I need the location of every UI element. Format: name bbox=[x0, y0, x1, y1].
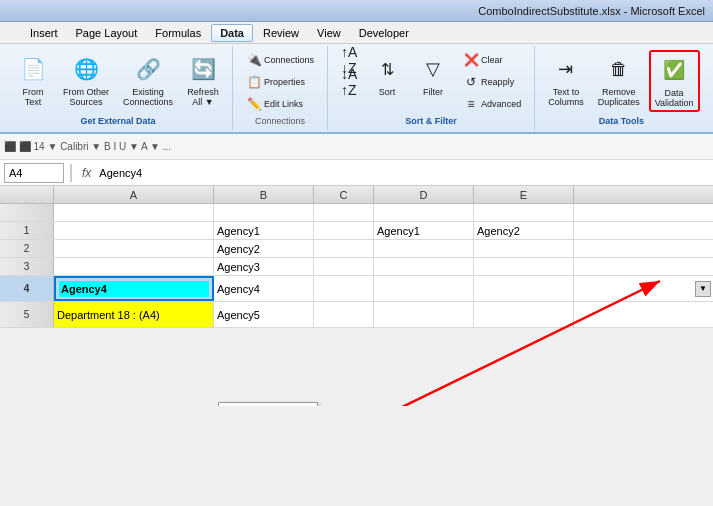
get-external-data-buttons: 📄 FromText 🌐 From OtherSources 🔗 Existin… bbox=[12, 50, 224, 114]
ribbon-group-sort-filter: ↑A↓Z ↓A↑Z ⇅ Sort ▽ Filter ❌ Clear bbox=[328, 46, 535, 130]
cell-d1[interactable]: Agency1 bbox=[374, 222, 474, 239]
clear-icon: ❌ bbox=[463, 52, 479, 68]
cell-b4[interactable]: Agency4 bbox=[214, 276, 314, 301]
cell-a1[interactable] bbox=[54, 222, 214, 239]
edit-links-button[interactable]: ✏️ Edit Links bbox=[241, 94, 319, 114]
from-other-sources-button[interactable]: 🌐 From OtherSources bbox=[58, 50, 114, 110]
advanced-label: Advanced bbox=[481, 99, 521, 109]
row-header-3: 3 bbox=[0, 258, 54, 275]
col-header-corner bbox=[0, 186, 54, 203]
sort-button[interactable]: ⇅ Sort bbox=[366, 50, 408, 100]
existing-connections-label: ExistingConnections bbox=[123, 87, 173, 107]
properties-button[interactable]: 📋 Properties bbox=[241, 72, 319, 92]
cell-b3[interactable]: Agency3 bbox=[214, 258, 314, 275]
cell-e3[interactable] bbox=[474, 258, 574, 275]
cell-d2[interactable] bbox=[374, 240, 474, 257]
refresh-all-button[interactable]: 🔄 RefreshAll ▼ bbox=[182, 50, 224, 110]
from-text-button[interactable]: 📄 FromText bbox=[12, 50, 54, 110]
sort-filter-buttons: ↑A↓Z ↓A↑Z ⇅ Sort ▽ Filter ❌ Clear bbox=[336, 50, 526, 114]
row-header bbox=[0, 204, 54, 221]
cell-c2[interactable] bbox=[314, 240, 374, 257]
col-header-d: D bbox=[374, 186, 474, 204]
edit-links-icon: ✏️ bbox=[246, 96, 262, 112]
menu-data[interactable]: Data bbox=[211, 24, 253, 42]
menu-view[interactable]: View bbox=[309, 25, 349, 41]
ribbon-group-get-external-data: 📄 FromText 🌐 From OtherSources 🔗 Existin… bbox=[4, 46, 233, 130]
table-row: 4 Agency4 ▼ Agency4 bbox=[0, 276, 713, 302]
remove-duplicates-button[interactable]: 🗑 RemoveDuplicates bbox=[593, 50, 645, 110]
cell-a4[interactable]: Agency4 ▼ bbox=[54, 276, 214, 301]
text-to-columns-label: Text toColumns bbox=[548, 87, 584, 107]
spreadsheet: A B C D E 1 Agency1 Agency1 bbox=[0, 186, 713, 328]
menu-file[interactable] bbox=[4, 31, 20, 35]
cell-c4[interactable] bbox=[314, 276, 374, 301]
connections-group-label: Connections bbox=[255, 114, 305, 126]
data-tools-group-label: Data Tools bbox=[599, 114, 644, 126]
row-header-1: 1 bbox=[0, 222, 54, 239]
menu-review[interactable]: Review bbox=[255, 25, 307, 41]
advanced-button[interactable]: ≡ Advanced bbox=[458, 94, 526, 114]
cell-e1[interactable]: Agency2 bbox=[474, 222, 574, 239]
formula-input[interactable] bbox=[99, 167, 709, 179]
data-validation-button[interactable]: ✅ DataValidation bbox=[649, 50, 700, 112]
ribbon: 📄 FromText 🌐 From OtherSources 🔗 Existin… bbox=[0, 44, 713, 134]
table-row: 1 Agency1 Agency1 Agency2 bbox=[0, 222, 713, 240]
filter-button[interactable]: ▽ Filter bbox=[412, 50, 454, 100]
table-row: 2 Agency2 bbox=[0, 240, 713, 258]
menu-bar: Insert Page Layout Formulas Data Review … bbox=[0, 22, 713, 44]
sort-filter-group-label: Sort & Filter bbox=[405, 114, 457, 126]
cell-b1[interactable]: Agency1 bbox=[214, 222, 314, 239]
col-header-b: B bbox=[214, 186, 314, 204]
rows-container: 1 Agency1 Agency1 Agency2 2 Agency2 3 A bbox=[0, 204, 713, 328]
cell-e4[interactable] bbox=[474, 276, 574, 301]
cell-d5[interactable] bbox=[374, 302, 474, 327]
menu-page-layout[interactable]: Page Layout bbox=[68, 25, 146, 41]
list-item-agency1[interactable]: Agency1 bbox=[219, 403, 317, 406]
cell-e5[interactable] bbox=[474, 302, 574, 327]
connections-icon: 🔌 bbox=[246, 52, 262, 68]
cell-b2[interactable]: Agency2 bbox=[214, 240, 314, 257]
filter-icon: ▽ bbox=[417, 53, 449, 85]
sort-za-button[interactable]: ↓A↑Z bbox=[336, 72, 362, 92]
clear-button[interactable]: ❌ Clear bbox=[458, 50, 526, 70]
cell-d4[interactable] bbox=[374, 276, 474, 301]
properties-label: Properties bbox=[264, 77, 305, 87]
cell-d3[interactable] bbox=[374, 258, 474, 275]
reapply-button[interactable]: ↺ Reapply bbox=[458, 72, 526, 92]
table-row: 5 Department 18 : (A4) Agency5 bbox=[0, 302, 713, 328]
text-to-columns-button[interactable]: ⇥ Text toColumns bbox=[543, 50, 589, 110]
refresh-all-label: RefreshAll ▼ bbox=[187, 87, 219, 107]
cell-a3[interactable] bbox=[54, 258, 214, 275]
cell-d0[interactable] bbox=[374, 204, 474, 221]
existing-connections-button[interactable]: 🔗 ExistingConnections bbox=[118, 50, 178, 110]
menu-insert[interactable]: Insert bbox=[22, 25, 66, 41]
from-text-icon: 📄 bbox=[17, 53, 49, 85]
sort-az-za-buttons: ↑A↓Z ↓A↑Z bbox=[336, 50, 362, 92]
text-to-columns-icon: ⇥ bbox=[550, 53, 582, 85]
cell-b0[interactable] bbox=[214, 204, 314, 221]
from-text-label: FromText bbox=[23, 87, 44, 107]
cell-c1[interactable] bbox=[314, 222, 374, 239]
cell-a5[interactable]: Department 18 : (A4) bbox=[54, 302, 214, 327]
cell-c3[interactable] bbox=[314, 258, 374, 275]
connections-button[interactable]: 🔌 Connections bbox=[241, 50, 319, 70]
cell-b5[interactable]: Agency5 bbox=[214, 302, 314, 327]
clear-reapply-advanced: ❌ Clear ↺ Reapply ≡ Advanced bbox=[458, 50, 526, 114]
cell-a0[interactable] bbox=[54, 204, 214, 221]
col-header-e: E bbox=[474, 186, 574, 204]
cell-c5[interactable] bbox=[314, 302, 374, 327]
cell-e0[interactable] bbox=[474, 204, 574, 221]
formula-fx: fx bbox=[82, 166, 91, 180]
properties-icon: 📋 bbox=[246, 74, 262, 90]
cell-e2[interactable] bbox=[474, 240, 574, 257]
row-header-4: 4 bbox=[0, 276, 54, 301]
menu-formulas[interactable]: Formulas bbox=[147, 25, 209, 41]
data-validation-label: DataValidation bbox=[655, 88, 694, 108]
name-box[interactable] bbox=[4, 163, 64, 183]
toolbar-row: ⬛ ⬛ 14 ▼ Calibri ▼ B I U ▼ A ▼ ... bbox=[0, 134, 713, 160]
menu-developer[interactable]: Developer bbox=[351, 25, 417, 41]
cell-a2[interactable] bbox=[54, 240, 214, 257]
row-header-5: 5 bbox=[0, 302, 54, 327]
dropdown-list[interactable]: Agency1 Agency2 Agency3 Agency4 Agency5 bbox=[218, 402, 318, 406]
cell-c0[interactable] bbox=[314, 204, 374, 221]
